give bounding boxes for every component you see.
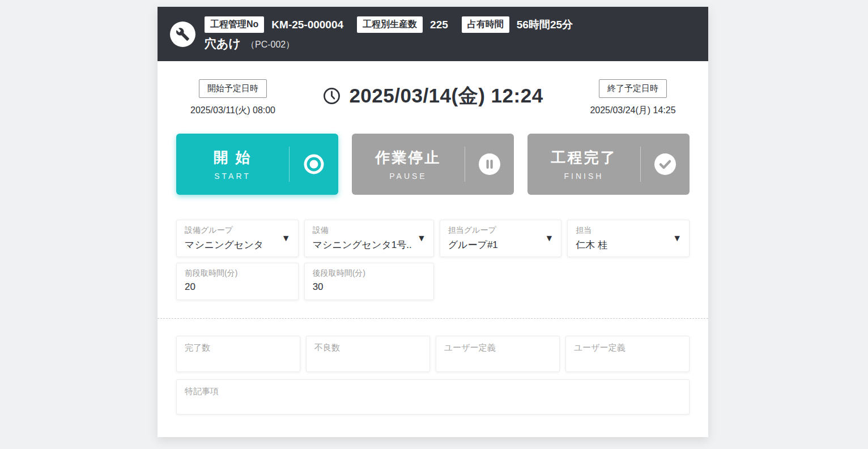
occupied-time-value: 56時間25分 <box>517 18 573 32</box>
assignee-group-select[interactable]: 担当グループ グループ#1 ▼ <box>440 220 562 257</box>
equipment-group-select[interactable]: 設備グループ マシニングセンタ ▼ <box>176 220 299 257</box>
post-setup-time-value: 30 <box>313 281 426 293</box>
pause-button-label: 作業停止 <box>352 148 465 168</box>
results-grid: 完了数 不良数 ユーザー定義 ユーザー定義 <box>176 336 690 372</box>
dropdown-arrow-icon: ▼ <box>282 234 291 243</box>
action-button-row: 開 始 START 作業停止 PAUSE <box>176 134 690 195</box>
dropdown-arrow-icon: ▼ <box>673 234 682 243</box>
scheduled-start-datetime: 2025/03/11(火) 08:00 <box>176 105 290 117</box>
scheduled-end-datetime: 2025/03/24(月) 14:25 <box>576 105 690 117</box>
post-setup-time-label: 後段取時間(分) <box>313 268 426 279</box>
scheduled-end-label: 終了予定日時 <box>599 79 667 98</box>
notes-placeholder: 特記事項 <box>185 386 219 396</box>
finish-button-text: 工程完了 FINISH <box>527 148 640 181</box>
production-count-value: 225 <box>430 19 448 31</box>
finish-button[interactable]: 工程完了 FINISH <box>527 134 690 195</box>
dropdown-arrow-icon: ▼ <box>545 234 554 243</box>
pause-icon <box>465 152 514 176</box>
scheduled-end-block: 終了予定日時 2025/03/24(月) 14:25 <box>576 79 690 117</box>
equipment-label: 設備 <box>313 225 426 236</box>
section-divider <box>158 318 708 319</box>
finish-button-sublabel: FINISH <box>527 172 640 181</box>
assignee-group-value: グループ#1 <box>448 238 554 251</box>
start-button-label: 開 始 <box>176 148 289 168</box>
defect-count-placeholder: 不良数 <box>314 343 340 352</box>
process-code: （PC-002） <box>246 39 295 51</box>
pre-setup-time-value: 20 <box>185 281 290 293</box>
post-setup-time-field[interactable]: 後段取時間(分) 30 <box>304 263 434 300</box>
pre-setup-time-field[interactable]: 前段取時間(分) 20 <box>176 263 299 300</box>
notes-input[interactable]: 特記事項 <box>176 379 690 414</box>
equipment-group-value: マシニングセンタ <box>185 238 290 251</box>
process-no-badge: 工程管理No <box>205 16 264 33</box>
clock-icon <box>322 87 341 105</box>
defect-count-input[interactable]: 不良数 <box>306 336 430 372</box>
process-title: 穴あけ <box>205 36 241 52</box>
start-button[interactable]: 開 始 START <box>176 134 338 195</box>
scheduled-start-label: 開始予定日時 <box>199 79 267 98</box>
app-header: 工程管理No KM-25-000004 工程別生産数 225 占有時間 56時間… <box>158 7 708 61</box>
schedule-row: 開始予定日時 2025/03/11(火) 08:00 2025/03/14(金)… <box>176 79 690 117</box>
equipment-value: マシニングセンタ1号.. <box>313 238 426 251</box>
user-defined-2-placeholder: ユーザー定義 <box>574 343 626 352</box>
record-icon <box>290 152 338 176</box>
process-title-row: 穴あけ （PC-002） <box>205 36 573 52</box>
process-terminal-card: 工程管理No KM-25-000004 工程別生産数 225 占有時間 56時間… <box>158 7 708 437</box>
dropdown-arrow-icon: ▼ <box>417 234 426 243</box>
current-datetime: 2025/03/14(金) 12:24 <box>349 83 543 109</box>
check-icon <box>641 152 690 176</box>
pause-button[interactable]: 作業停止 PAUSE <box>352 134 514 195</box>
scheduled-start-block: 開始予定日時 2025/03/11(火) 08:00 <box>176 79 290 117</box>
completed-count-placeholder: 完了数 <box>185 343 210 352</box>
form-grid: 設備グループ マシニングセンタ ▼ 設備 マシニングセンタ1号.. ▼ 担当グル… <box>176 220 690 300</box>
pause-button-sublabel: PAUSE <box>352 172 465 181</box>
start-button-sublabel: START <box>176 172 289 181</box>
header-meta-row: 工程管理No KM-25-000004 工程別生産数 225 占有時間 56時間… <box>205 16 573 33</box>
production-count-badge: 工程別生産数 <box>357 16 423 33</box>
assignee-select[interactable]: 担当 仁木 桂 ▼ <box>567 220 690 257</box>
current-datetime-block: 2025/03/14(金) 12:24 <box>290 79 576 109</box>
user-defined-input-2[interactable]: ユーザー定義 <box>565 336 690 372</box>
wrench-icon <box>170 22 195 47</box>
pre-setup-time-label: 前段取時間(分) <box>185 268 290 279</box>
header-main: 工程管理No KM-25-000004 工程別生産数 225 占有時間 56時間… <box>205 16 573 52</box>
card-body: 開始予定日時 2025/03/11(火) 08:00 2025/03/14(金)… <box>158 61 708 437</box>
pause-button-text: 作業停止 PAUSE <box>352 148 465 181</box>
assignee-group-label: 担当グループ <box>448 225 554 236</box>
equipment-select[interactable]: 設備 マシニングセンタ1号.. ▼ <box>304 220 434 257</box>
process-no-value: KM-25-000004 <box>271 19 343 31</box>
start-button-text: 開 始 START <box>176 148 289 181</box>
occupied-time-badge: 占有時間 <box>462 16 509 33</box>
user-defined-input-1[interactable]: ユーザー定義 <box>436 336 560 372</box>
finish-button-label: 工程完了 <box>527 148 640 168</box>
equipment-group-label: 設備グループ <box>185 225 290 236</box>
completed-count-input[interactable]: 完了数 <box>176 336 300 372</box>
assignee-value: 仁木 桂 <box>576 238 681 251</box>
user-defined-1-placeholder: ユーザー定義 <box>444 343 496 352</box>
assignee-label: 担当 <box>576 225 681 236</box>
